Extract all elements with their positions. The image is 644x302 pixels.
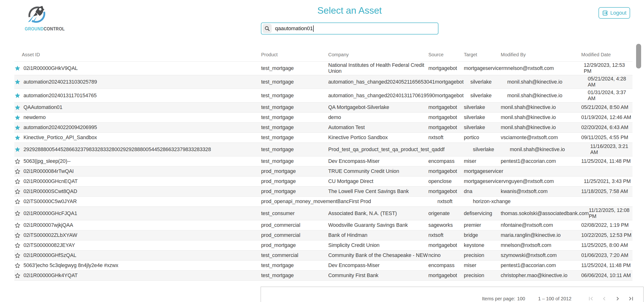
modified-by-cell: pentest1@accorian.com — [501, 158, 581, 164]
company-cell: Dev Encompass-Miser — [328, 158, 428, 164]
favorite-star-icon[interactable] — [14, 178, 20, 185]
company-cell: demo — [328, 114, 428, 120]
modified-date-cell: 11/25/2021, 3:43 PM — [584, 178, 633, 184]
favorite-star-icon[interactable] — [14, 252, 20, 259]
table-row[interactable]: 02i1R00000GHcFJQA1 test_consumer Associa… — [14, 207, 632, 220]
modified-by-cell: szymowski@nxtsoft.com — [501, 252, 581, 258]
target-cell: silverlake — [470, 79, 507, 85]
favorite-star-icon[interactable] — [14, 168, 20, 174]
table-row[interactable]: 02i1R000007wjkjQAA prod_commercial Woods… — [14, 220, 632, 230]
asset-id-cell: automation20240220094206995 — [24, 124, 97, 130]
table-row[interactable]: 02iTS00000C5w0JYAR prod_openapi_money_mo… — [14, 196, 632, 207]
column-header-modified-by: Modified By — [501, 52, 581, 58]
table-row[interactable]: 02i1R00000GHkV9QAL test_mortgage Nationa… — [14, 62, 632, 75]
favorite-star-icon[interactable] — [14, 146, 20, 152]
table-row[interactable]: 02iTS00000082JEYAY prod_mortgage Simplic… — [14, 240, 632, 250]
column-header-source: Source — [428, 52, 464, 58]
modified-date-cell: 11/25/2024, 11:48 PM — [581, 262, 632, 268]
modified-by-cell: monil.shah@kinective.io — [501, 124, 581, 130]
last-page-button[interactable] — [628, 295, 635, 302]
table-row[interactable]: 2929288800544528663237983328332800292928… — [14, 143, 632, 156]
table-row[interactable]: 02i1R00000GHcnEQAT prod_mortgage CU Mort… — [14, 176, 632, 186]
vertical-scrollbar[interactable] — [636, 44, 641, 68]
table-row[interactable]: automation20240213103025789 test_mortgag… — [14, 75, 632, 89]
table-row[interactable]: 02i1R00000SCwt8QAD prod_mortgage The Low… — [14, 186, 632, 196]
source-cell: mortgagebot — [435, 79, 470, 85]
modified-by-cell: monil.shah@kinective.io — [507, 79, 588, 85]
target-cell: dna — [464, 188, 501, 194]
favorite-star-icon[interactable] — [14, 242, 20, 248]
product-cell: test_consumer — [261, 210, 328, 216]
table-row[interactable]: Kinective_Portico_API_Sandbox test_mortg… — [14, 133, 632, 143]
table-row[interactable]: 02i1R0000084rTwQAI prod_mortgage TRUE Co… — [14, 166, 632, 176]
next-page-button[interactable] — [614, 295, 621, 302]
favorite-star-icon[interactable] — [14, 222, 20, 228]
company-cell: National Institutes of Health Federal Cr… — [328, 62, 428, 74]
favorite-star-icon[interactable] — [14, 92, 20, 99]
modified-date-cell: 05/21/2024, 8:50 AM — [581, 104, 632, 110]
first-page-button[interactable] — [587, 295, 594, 302]
asset-id-cell: newdemo — [24, 114, 46, 120]
favorite-star-icon[interactable] — [14, 134, 20, 141]
table-row[interactable]: QAAutomation01 test_mortgage QA Mortgage… — [14, 102, 632, 112]
favorite-star-icon[interactable] — [14, 188, 20, 195]
search-input[interactable]: qaautomation01 — [261, 22, 438, 34]
table-row[interactable]: automation20240131170154765 test_mortgag… — [14, 89, 632, 102]
table-row[interactable]: 02i1R00000GHk4YQAT test_mortgage Communi… — [14, 271, 632, 281]
favorite-star-icon[interactable] — [14, 262, 20, 269]
source-cell: mortgagebot — [428, 188, 464, 194]
source-cell: mortgagebot — [428, 242, 464, 248]
favorite-star-icon[interactable] — [14, 79, 20, 85]
page-range-label: 1 – 100 of 2012 — [538, 296, 572, 302]
modified-date-cell: 11/25/2024, 11:48 PM — [581, 158, 632, 164]
target-cell: silverlake — [464, 124, 501, 130]
company-cell: CU Mortgage Direct — [328, 178, 428, 184]
favorite-star-icon[interactable] — [14, 114, 20, 121]
asset-id-cell: 02i1R00000GHcnEQAT — [24, 178, 78, 184]
product-cell: prod_mortgage — [261, 242, 328, 248]
column-header-modified-date: Modified Date — [581, 52, 632, 58]
target-cell: silverlake — [464, 114, 501, 120]
previous-page-button[interactable] — [601, 295, 608, 302]
table-row[interactable]: newdemo test_mortgage demo mortgagebot s… — [14, 112, 632, 122]
source-cell: mortgagebot — [435, 93, 470, 99]
table-row[interactable]: 5063||pg_sleep(20)-- test_mortgage Dev E… — [14, 156, 632, 166]
company-cell: Automation Test — [328, 124, 428, 130]
table-row[interactable]: 02iTS000002ZLbXYAW prod_commercial Bank … — [14, 230, 632, 240]
source-cell: mortgagebot — [428, 104, 464, 110]
target-cell: silverlake — [470, 93, 507, 99]
favorite-star-icon[interactable] — [14, 272, 20, 279]
table-row[interactable]: automation20240220094206995 test_mortgag… — [14, 122, 632, 133]
asset-id-cell: 02i1R00000SCwt8QAD — [24, 188, 77, 194]
company-cell: Bank of Hindman — [328, 232, 428, 238]
favorite-star-icon[interactable] — [14, 65, 20, 71]
modified-by-cell: kwanis@nxtsoft.com — [501, 188, 581, 194]
modified-by-cell: monil.shah@kinective.io — [501, 104, 581, 110]
modified-date-cell: 11/18/2025, 7:58 AM — [581, 188, 632, 194]
favorite-star-icon[interactable] — [14, 198, 20, 205]
product-cell: prod_openapi_money_movement — [261, 198, 337, 204]
modified-by-cell: monil.shah@kinective.io — [507, 93, 588, 99]
favorite-star-icon[interactable] — [14, 124, 20, 131]
asset-id-cell: 5063'|echo 5c3qlegwyg 8n4jly2e4e #xzwx — [24, 262, 118, 268]
table-row[interactable]: 5063'|echo 5c3qlegwyg 8n4jly2e4e #xzwx t… — [14, 260, 632, 271]
favorite-star-icon[interactable] — [14, 158, 20, 164]
asset-id-cell: Kinective_Portico_API_Sandbox — [24, 134, 97, 140]
asset-id-cell: 02i1R00000GHk4YQAT — [24, 272, 78, 278]
page-title: Select an Asset — [318, 5, 382, 16]
logo-wordmark: GROUNDCONTROL — [25, 26, 49, 32]
product-cell: test_mortgage — [261, 272, 328, 278]
items-per-page-value[interactable]: 100 — [517, 296, 525, 302]
column-header-asset-id: Asset ID — [14, 52, 261, 58]
modified-by-cell: mnelson@nxtsoft.com — [503, 66, 584, 71]
logout-button[interactable]: Logout — [598, 7, 630, 19]
table-row[interactable]: 02i1R00000GHfSzQAL test_commercial Commu… — [14, 250, 632, 260]
favorite-star-icon[interactable] — [14, 210, 20, 216]
groundcontrol-logo: GROUNDCONTROL — [22, 2, 52, 32]
product-cell: test_mortgage — [261, 134, 328, 140]
favorite-star-icon[interactable] — [14, 104, 20, 111]
target-cell: silverlake — [473, 146, 510, 152]
last-page-icon — [628, 295, 635, 302]
target-cell: miser — [464, 262, 501, 268]
favorite-star-icon[interactable] — [14, 232, 20, 238]
